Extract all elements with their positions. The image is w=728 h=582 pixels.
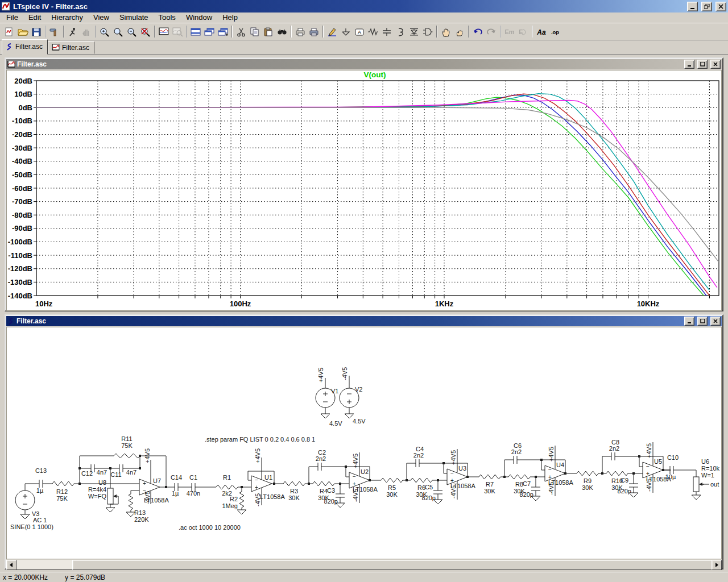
schematic-maximize-button[interactable] bbox=[697, 317, 708, 326]
scroll-left-button[interactable] bbox=[6, 560, 16, 570]
resistor bbox=[606, 471, 628, 476]
close-button[interactable] bbox=[715, 2, 726, 11]
svg-text:C11: C11 bbox=[110, 471, 121, 478]
net-label-icon[interactable]: A bbox=[353, 25, 366, 38]
move-icon[interactable] bbox=[439, 25, 453, 38]
svg-text:C7: C7 bbox=[523, 480, 531, 487]
new-window-icon[interactable] bbox=[216, 25, 230, 38]
svg-text:U3: U3 bbox=[458, 465, 466, 472]
svg-text:-4V5: -4V5 bbox=[646, 479, 652, 492]
resistor bbox=[508, 475, 530, 479]
svg-text:-4V5: -4V5 bbox=[548, 482, 555, 495]
resistor bbox=[313, 481, 334, 486]
svg-text:R2: R2 bbox=[230, 496, 238, 502]
plot-window[interactable]: Filter.asc 20dB10dB0dB-10dB-20dB-30dB-40… bbox=[5, 57, 723, 311]
svg-text:U7: U7 bbox=[153, 477, 161, 484]
cut-icon[interactable] bbox=[234, 25, 248, 38]
open-icon[interactable] bbox=[16, 25, 30, 38]
svg-text:+4V5: +4V5 bbox=[352, 454, 359, 468]
capacitor bbox=[314, 463, 325, 471]
svg-text:2n2: 2n2 bbox=[316, 455, 326, 462]
autorange-icon[interactable] bbox=[157, 25, 171, 38]
tab-waveform[interactable]: Filter.asc bbox=[48, 41, 94, 54]
menu-edit[interactable]: Edit bbox=[23, 13, 46, 23]
menu-help[interactable]: Help bbox=[217, 13, 243, 23]
cascade-windows-icon[interactable] bbox=[202, 25, 216, 38]
plot-title[interactable]: V(out) bbox=[364, 70, 386, 79]
svg-text:R5: R5 bbox=[388, 484, 396, 491]
ground-icon[interactable] bbox=[339, 25, 353, 38]
svg-text:−: − bbox=[450, 470, 454, 476]
schematic-window[interactable]: Filter.asc +−−+−+−+−+−+R330KR430KC22n2C3… bbox=[5, 314, 723, 569]
paste-icon[interactable] bbox=[262, 25, 275, 38]
svg-text:10Hz: 10Hz bbox=[35, 300, 53, 308]
menu-tools[interactable]: Tools bbox=[154, 13, 181, 23]
horizontal-scrollbar[interactable] bbox=[6, 560, 722, 569]
schematic-close-button[interactable] bbox=[710, 317, 721, 326]
svg-text:C14: C14 bbox=[171, 474, 182, 481]
control-panel-icon[interactable] bbox=[48, 25, 61, 38]
schematic-window-titlebar[interactable]: Filter.asc bbox=[6, 316, 722, 326]
restore-button[interactable] bbox=[701, 2, 712, 11]
menu-hierarchy[interactable]: Hierarchy bbox=[46, 13, 88, 23]
spice-directive-icon[interactable]: .op bbox=[548, 25, 562, 38]
svg-text:10KHz: 10KHz bbox=[637, 300, 660, 308]
run-icon[interactable] bbox=[66, 25, 80, 38]
minimize-button[interactable] bbox=[687, 2, 698, 11]
schematic-canvas[interactable]: +−−+−+−+−+−+R330KR430KC22n2C3820pU2LT105… bbox=[7, 327, 721, 558]
plot-minimize-button[interactable] bbox=[684, 60, 694, 69]
svg-text:-4V5: -4V5 bbox=[144, 491, 151, 504]
copy-icon[interactable] bbox=[248, 25, 262, 38]
scrollbar-thumb[interactable] bbox=[72, 560, 712, 570]
svg-text:100Hz: 100Hz bbox=[230, 300, 251, 308]
wire-icon[interactable] bbox=[325, 25, 339, 38]
new-schematic-icon[interactable] bbox=[2, 25, 16, 38]
menu-simulate[interactable]: Simulate bbox=[114, 13, 154, 23]
svg-text:1KHz: 1KHz bbox=[435, 300, 454, 308]
menu-file[interactable]: File bbox=[1, 13, 23, 23]
find-icon[interactable] bbox=[275, 25, 289, 38]
print-preview-icon[interactable] bbox=[293, 25, 307, 38]
zoom-fit-icon[interactable] bbox=[139, 25, 152, 38]
tile-windows-icon[interactable] bbox=[189, 25, 202, 38]
zoom-in-icon[interactable] bbox=[98, 25, 111, 38]
app-icon bbox=[2, 2, 11, 11]
menu-window[interactable]: Window bbox=[181, 13, 217, 23]
zoom-previous-icon[interactable] bbox=[111, 25, 125, 38]
component-icon[interactable] bbox=[421, 25, 435, 38]
svg-text:820p: 820p bbox=[422, 494, 436, 501]
save-icon[interactable] bbox=[30, 25, 43, 38]
menu-view[interactable]: View bbox=[88, 13, 114, 23]
waveform-plot[interactable]: 20dB10dB0dB-10dB-20dB-30dB-40dB-50dB-60d… bbox=[7, 70, 722, 309]
inductor-icon[interactable] bbox=[394, 25, 407, 38]
toolbar-separator bbox=[95, 26, 96, 38]
schematic-labels[interactable]: R330KR430KC22n2C3820pU2LT1058A+4V5-4V5R5… bbox=[10, 367, 720, 531]
svg-text:-110dB: -110dB bbox=[8, 251, 32, 260]
plot-maximize-button[interactable] bbox=[697, 60, 708, 69]
tab-schematic[interactable]: Filter.asc bbox=[2, 39, 48, 55]
svg-text:R7: R7 bbox=[486, 481, 494, 488]
svg-text:C1: C1 bbox=[189, 474, 197, 481]
schematic-minimize-button[interactable] bbox=[684, 317, 694, 326]
ground-symbol bbox=[321, 414, 330, 418]
svg-text:220K: 220K bbox=[134, 516, 149, 523]
svg-text:-4V5: -4V5 bbox=[254, 493, 261, 506]
text-icon[interactable]: Aa bbox=[535, 25, 548, 38]
plot-window-titlebar[interactable]: Filter.asc bbox=[6, 59, 722, 69]
svg-text:R8: R8 bbox=[515, 481, 523, 488]
undo-icon[interactable] bbox=[471, 25, 485, 38]
svg-text:R6: R6 bbox=[417, 484, 425, 491]
capacitor-icon[interactable] bbox=[380, 25, 394, 38]
app-titlebar[interactable]: LTspice IV - Filter.asc bbox=[0, 0, 728, 13]
diode-icon[interactable] bbox=[407, 25, 421, 38]
capacitor bbox=[607, 452, 619, 460]
scroll-right-button[interactable] bbox=[712, 560, 722, 570]
print-icon[interactable] bbox=[307, 25, 321, 38]
svg-text:R1: R1 bbox=[223, 474, 231, 481]
resistor bbox=[283, 481, 305, 486]
drag-icon[interactable] bbox=[453, 25, 466, 38]
svg-text:R4: R4 bbox=[320, 488, 328, 494]
plot-close-button[interactable] bbox=[710, 60, 721, 69]
zoom-out-icon[interactable] bbox=[125, 25, 139, 38]
resistor-icon[interactable] bbox=[366, 25, 380, 38]
